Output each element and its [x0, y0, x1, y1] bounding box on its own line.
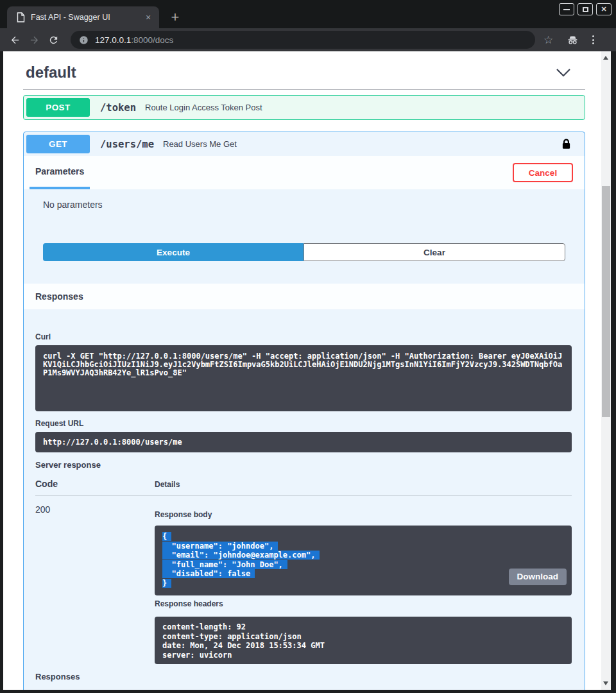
minimize-icon — [563, 9, 570, 10]
scroll-up-arrow[interactable] — [603, 56, 608, 60]
url-path: :8000/docs — [131, 35, 173, 45]
execute-row: Execute Clear — [43, 243, 565, 261]
parameters-header: Parameters Cancel — [24, 156, 585, 189]
browser-window: Fast API - Swagger UI × + ✕ 127.0.0.1:80… — [0, 0, 616, 693]
download-button[interactable]: Download — [509, 569, 567, 586]
reload-icon — [48, 35, 59, 46]
server-response-table-header: Code Details — [35, 479, 572, 496]
endpoint-summary: Route Login Access Token Post — [145, 103, 262, 112]
url-host: 127.0.0.1 — [95, 35, 131, 45]
opblock-post-token: POST /token Route Login Access Token Pos… — [23, 95, 585, 120]
tag-title: default — [26, 64, 76, 81]
execute-button[interactable]: Execute — [43, 243, 304, 261]
swagger-content: default POST /token Route Login Access T… — [3, 51, 601, 690]
response-headers-box: content-length: 92content-type: applicat… — [155, 617, 572, 664]
tag-section-header[interactable]: default — [23, 61, 585, 90]
clear-button[interactable]: Clear — [304, 243, 565, 261]
opblock-summary[interactable]: POST /token Route Login Access Token Pos… — [24, 96, 585, 119]
address-bar[interactable]: 127.0.0.1:8000/docs — [71, 31, 535, 49]
parameters-body: No parameters Execute Clear — [24, 189, 585, 284]
page-favicon-icon — [17, 12, 25, 22]
page-scrollbar[interactable] — [601, 51, 611, 690]
browser-menu-button[interactable] — [592, 35, 594, 44]
response-details: Response body { "username": "johndoe", "… — [155, 504, 572, 664]
endpoint-path: /token — [100, 102, 136, 114]
tab-strip: Fast API - Swagger UI × + ✕ — [0, 0, 616, 28]
server-response-row: 200 Response body { "username": "johndoe… — [35, 504, 572, 664]
responses-section-header: Responses — [24, 284, 585, 309]
request-url-box: http://127.0.0.1:8000/users/me — [35, 432, 572, 452]
maximize-icon — [583, 7, 588, 12]
new-tab-button[interactable]: + — [166, 8, 184, 26]
site-info-icon[interactable] — [79, 35, 89, 45]
curl-command-box[interactable]: curl -X GET "http://127.0.0.1:8000/users… — [35, 345, 572, 411]
incognito-icon — [566, 33, 579, 46]
close-button[interactable]: ✕ — [596, 3, 612, 15]
endpoint-path: /users/me — [100, 139, 154, 150]
bookmark-star-icon[interactable]: ☆ — [543, 33, 553, 47]
minimize-button[interactable] — [559, 3, 574, 15]
responses-title: Responses — [35, 291, 83, 302]
url-text: 127.0.0.1:8000/docs — [95, 35, 173, 45]
server-response-label: Server response — [35, 460, 572, 470]
details-column-header: Details — [155, 479, 572, 489]
tab-parameters[interactable]: Parameters — [30, 156, 90, 189]
tab-title: Fast API - Swagger UI — [31, 13, 137, 22]
status-code: 200 — [35, 504, 155, 664]
forward-button[interactable] — [24, 35, 44, 46]
back-button[interactable] — [5, 35, 24, 46]
response-headers-label: Response headers — [155, 595, 572, 608]
opblock-get-users-me: GET /users/me Read Users Me Get Paramete… — [23, 132, 585, 690]
back-icon — [10, 35, 21, 46]
reload-button[interactable] — [44, 35, 63, 46]
method-badge-get: GET — [26, 135, 90, 153]
page-viewport: default POST /token Route Login Access T… — [3, 51, 601, 690]
scroll-down-arrow[interactable] — [603, 681, 608, 685]
scrollbar-thumb[interactable] — [602, 186, 610, 417]
endpoint-summary: Read Users Me Get — [163, 139, 237, 149]
chevron-down-icon[interactable] — [556, 68, 571, 77]
method-badge-post: POST — [26, 98, 90, 117]
lock-icon — [561, 138, 572, 151]
browser-toolbar: 127.0.0.1:8000/docs ☆ — [0, 28, 616, 51]
response-body-box[interactable]: { "username": "johndoe", "email": "johnd… — [155, 526, 572, 595]
no-parameters-text: No parameters — [43, 200, 565, 210]
window-controls: ✕ — [559, 3, 612, 15]
maximize-button[interactable] — [578, 3, 593, 15]
opblock-summary[interactable]: GET /users/me Read Users Me Get — [24, 132, 585, 156]
browser-tab[interactable]: Fast API - Swagger UI × — [7, 6, 159, 28]
tab-close-icon[interactable]: × — [142, 12, 154, 23]
close-icon: ✕ — [601, 6, 606, 13]
response-body-label: Response body — [155, 504, 572, 519]
cancel-button[interactable]: Cancel — [513, 163, 573, 182]
curl-label: Curl — [35, 332, 572, 341]
documented-responses-label: Responses — [35, 672, 572, 681]
toolbar-icons: ☆ — [543, 33, 594, 47]
responses-inner: Curl curl -X GET "http://127.0.0.1:8000/… — [24, 309, 585, 690]
code-column-header: Code — [35, 479, 155, 489]
forward-icon — [29, 35, 40, 46]
request-url-label: Request URL — [35, 419, 572, 428]
authorize-lock-button[interactable] — [561, 138, 572, 151]
